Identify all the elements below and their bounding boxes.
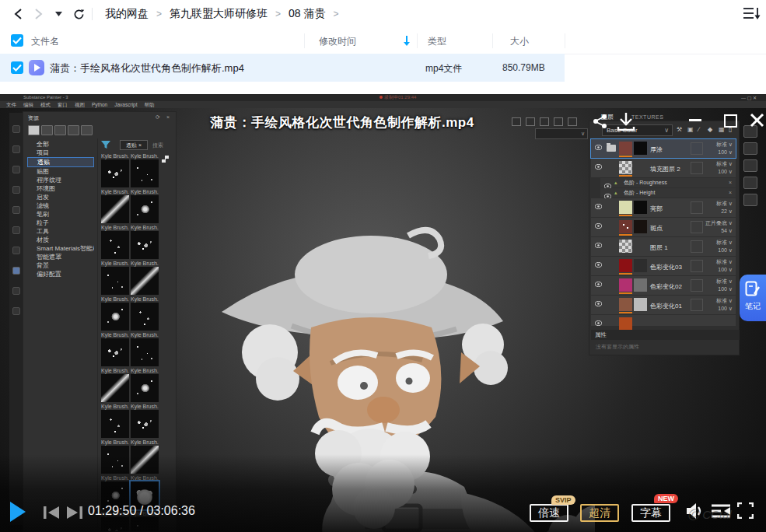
geometry-tool-icon[interactable]: [526, 117, 535, 126]
quality-button[interactable]: 超清: [580, 504, 619, 522]
sp-menu-2[interactable]: 模式: [40, 101, 51, 108]
sp-tool-icon-8[interactable]: [12, 287, 20, 295]
layer-mask-swatch[interactable]: [634, 278, 647, 292]
brush-thumbnail[interactable]: [131, 195, 159, 223]
back-icon[interactable]: [8, 4, 28, 24]
layer-mask-swatch[interactable]: [634, 259, 647, 272]
brush-thumbnail[interactable]: [101, 267, 129, 295]
asset-category-8[interactable]: 笔刷: [27, 210, 94, 219]
visibility-eye-icon[interactable]: [595, 282, 602, 287]
visibility-eye-icon[interactable]: [595, 164, 602, 170]
layer-blend-opacity[interactable]: 标准 ∨100 ∨: [716, 141, 733, 156]
sp-tool-icon-0[interactable]: [12, 125, 20, 133]
sp-menu-5[interactable]: Python: [92, 101, 107, 108]
asset-category-6[interactable]: 启发: [27, 193, 94, 201]
sp-menu-7[interactable]: 帮助: [145, 101, 155, 108]
brush-item[interactable]: Kyle Brush...: [131, 188, 159, 223]
play-button[interactable]: [10, 502, 26, 522]
filter-funnel-icon[interactable]: [101, 141, 110, 149]
pause-tool-icon[interactable]: [512, 117, 521, 126]
sp-tool-icon-6[interactable]: [12, 247, 20, 254]
wrench-icon[interactable]: ⚒: [677, 127, 682, 133]
brush-thumbnail[interactable]: [131, 410, 159, 438]
layer-blend-opacity[interactable]: 标准 ∨100 ∨: [716, 278, 733, 293]
filter-chip[interactable]: 透贴 ×: [120, 140, 148, 150]
brush-item[interactable]: Kyle Brush...: [131, 260, 159, 295]
brush-thumbnail[interactable]: [131, 159, 159, 187]
asset-category-3[interactable]: 贴图: [27, 167, 94, 176]
folder-add-icon[interactable]: ▦: [719, 127, 725, 133]
tab-textures[interactable]: TEXTURES: [631, 114, 663, 120]
visibility-eye-icon[interactable]: [595, 204, 602, 209]
close-button[interactable]: [750, 113, 764, 131]
layer-row[interactable]: 厚涂标准 ∨100 ∨: [591, 139, 736, 158]
display-tool-icon[interactable]: [568, 117, 577, 126]
brush-thumbnail[interactable]: [101, 410, 129, 438]
asset-category-7[interactable]: 滤镜: [27, 201, 94, 210]
previous-track-icon[interactable]: [43, 506, 60, 523]
maximize-button[interactable]: [724, 114, 737, 128]
refresh-icon[interactable]: [68, 4, 89, 24]
breadcrumb-item-root[interactable]: 我的网盘: [105, 7, 149, 21]
brush-item[interactable]: Kyle Brush...: [101, 403, 129, 438]
brush-thumbnail[interactable]: [131, 303, 159, 331]
sp-tool-icon-5[interactable]: [12, 226, 20, 234]
assets-panel-close-icon[interactable]: ⟳ ×: [156, 114, 172, 121]
channel-dropdown[interactable]: Base Color∨: [602, 124, 673, 136]
layer-row[interactable]: 图层 1标准 ∨100 ∨: [591, 237, 736, 256]
brush-item[interactable]: Kyle Brush...: [101, 152, 129, 187]
layer-mask-swatch[interactable]: [634, 201, 647, 214]
sp-tool-icon-1[interactable]: [12, 145, 20, 153]
sp-tool-icon-4[interactable]: [12, 206, 20, 214]
dock-history-icon[interactable]: [743, 177, 757, 189]
breadcrumb-item-course[interactable]: 第九联盟大师研修班: [170, 7, 268, 21]
layer-color-swatch[interactable]: [619, 220, 632, 233]
playback-speed-button[interactable]: 倍速: [530, 504, 568, 522]
layer-blend-opacity[interactable]: 标准 ∨100 ∨: [716, 239, 733, 254]
brush-thumbnail[interactable]: [101, 374, 129, 402]
layer-row[interactable]: 色彩变化02标准 ∨100 ∨: [591, 276, 736, 295]
brush-item[interactable]: Kyle Brush...: [101, 224, 129, 259]
brush-item[interactable]: Kyle Brush...: [101, 260, 129, 295]
layer-color-swatch[interactable]: [619, 161, 632, 174]
layer-row[interactable]: [591, 315, 736, 326]
download-icon[interactable]: [616, 111, 636, 135]
asset-category-5[interactable]: 环境图: [27, 184, 94, 193]
globe-tool-icon[interactable]: [540, 117, 549, 126]
layer-effect-row[interactable]: ▴色阶 - Roughness×: [600, 178, 736, 187]
asset-category-0[interactable]: 全部: [27, 140, 94, 149]
asset-category-2[interactable]: 透贴: [27, 157, 94, 167]
visibility-eye-icon[interactable]: [595, 243, 602, 248]
brush-item[interactable]: Kyle Brush...: [131, 367, 159, 402]
layer-color-swatch[interactable]: [619, 142, 632, 155]
sp-menu-6[interactable]: Javascript: [114, 101, 137, 108]
share-icon[interactable]: [593, 114, 608, 132]
sp-menu-0[interactable]: 文件: [6, 101, 16, 108]
brush-thumbnail[interactable]: [131, 374, 159, 402]
dock-texture-icon[interactable]: [743, 194, 757, 206]
asset-category-9[interactable]: 粒子: [27, 219, 94, 227]
column-header-name[interactable]: 文件名: [31, 35, 59, 48]
asset-category-14[interactable]: 背景: [27, 261, 94, 270]
brush-item[interactable]: Kyle Brush...: [131, 152, 159, 187]
layer-row[interactable]: 斑点正片叠底 ∨54 ∨: [591, 218, 736, 236]
stamp-icon[interactable]: ▣: [687, 127, 694, 133]
brush-item[interactable]: Kyle Brush...: [101, 296, 129, 331]
brush-thumbnail[interactable]: [131, 267, 159, 295]
select-all-checkbox[interactable]: [11, 34, 23, 47]
brush-item[interactable]: Kyle Brush...: [131, 403, 159, 438]
history-caret-icon[interactable]: [48, 4, 68, 24]
layer-blend-opacity[interactable]: 标准 ∨22 ∨: [716, 200, 733, 215]
layer-mask-swatch[interactable]: [634, 142, 647, 155]
dock-shader-icon[interactable]: [743, 159, 757, 172]
brush-thumbnail[interactable]: [131, 338, 159, 366]
sp-tool-icon-7[interactable]: [12, 267, 20, 275]
brush-thumbnail[interactable]: [131, 231, 159, 259]
asset-category-12[interactable]: Smart Materials智能材质: [27, 244, 94, 253]
layer-row[interactable]: 色彩变化03标准 ∨100 ∨: [591, 257, 736, 275]
visibility-eye-icon[interactable]: [595, 223, 602, 229]
layer-row[interactable]: 填充图层 2标准 ∨100 ∨: [591, 159, 736, 177]
note-button[interactable]: 笔记: [740, 275, 766, 321]
layer-row[interactable]: 亮部标准 ∨22 ∨: [591, 198, 736, 217]
brush-item[interactable]: Kyle Brush...: [131, 331, 159, 366]
